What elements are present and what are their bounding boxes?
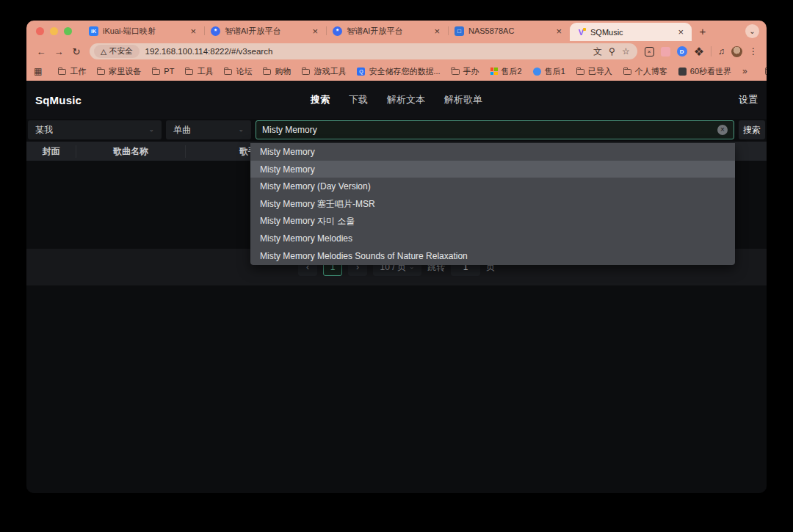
bookmark-folder[interactable]: 游戏工具 — [302, 66, 346, 77]
close-tab-icon[interactable]: × — [432, 26, 441, 37]
nav-download[interactable]: 下载 — [349, 93, 368, 106]
all-bookmarks-button[interactable]: 所有书签 — [765, 66, 767, 77]
browser-toolbar: ← → ↻ △ 不安全 192.168.100.114:8222/#/v3sea… — [26, 41, 767, 62]
bookmarks-overflow-icon[interactable]: » — [742, 66, 747, 76]
app-nav: 搜索 下载 解析文本 解析歌单 — [311, 93, 482, 106]
sqmusic-page: SqMusic 搜索 下载 解析文本 解析歌单 设置 某我 ⌄ 单曲 ⌄ — [26, 81, 767, 493]
tab-strip: iK iKuai-端口映射 × * 智谱AI开放平台 × * 智谱AI开放平台 … — [26, 21, 767, 41]
folder-icon — [765, 69, 767, 75]
suggestion-item-highlighted[interactable]: Misty Memory — [250, 161, 735, 178]
apps-grid-icon[interactable]: ▦ — [34, 66, 42, 76]
reload-icon[interactable]: ↻ — [68, 46, 85, 57]
tab-zhipu-2[interactable]: * 智谱AI开放平台 × — [326, 21, 448, 41]
tab-nas[interactable]: □ NAS5878AC × — [448, 21, 570, 41]
browser-window: iK iKuai-端口映射 × * 智谱AI开放平台 × * 智谱AI开放平台 … — [26, 21, 767, 493]
suggestion-item[interactable]: Misty Memory Melodies Sounds of Nature R… — [250, 247, 735, 265]
search-box: × — [256, 120, 734, 139]
suggestion-item[interactable]: Misty Memory (Day Version) — [250, 178, 735, 195]
new-tab-button[interactable]: + — [692, 21, 714, 41]
folder-icon — [224, 69, 232, 75]
tab-search-icon[interactable]: ⌄ — [745, 24, 759, 38]
bookmark-folder[interactable]: 手办 — [452, 66, 479, 77]
tab-title: 智谱AI开放平台 — [225, 26, 306, 37]
zoom-window-button[interactable] — [64, 27, 72, 35]
music-list-icon[interactable]: ♫ — [718, 46, 725, 57]
bookmark-label: 游戏工具 — [314, 66, 346, 77]
bookmark-label: 论坛 — [236, 66, 252, 77]
extensions-puzzle-icon[interactable]: ❖ — [694, 45, 704, 59]
password-key-icon[interactable]: ⚲ — [609, 46, 615, 57]
suggestion-item[interactable]: Misty Memory 塞壬唱片-MSR — [250, 195, 735, 213]
nas-favicon-icon: □ — [455, 26, 464, 36]
source-select[interactable]: 某我 ⌄ — [28, 120, 162, 139]
extension-pink-icon[interactable] — [661, 47, 670, 57]
bookmark-folder[interactable]: 家里设备 — [97, 66, 141, 77]
suggestion-item[interactable]: Misty Memory 자미 소울 — [250, 213, 735, 230]
close-tab-icon[interactable]: × — [554, 26, 563, 37]
bookmark-label: 购物 — [275, 66, 291, 77]
bookmark-label: 工作 — [70, 66, 86, 77]
nav-search[interactable]: 搜索 — [311, 93, 330, 106]
browser-menu-icon[interactable]: ⋮ — [749, 46, 758, 57]
clear-input-icon[interactable]: × — [717, 125, 728, 135]
back-icon[interactable]: ← — [32, 46, 50, 57]
bookmark-folder[interactable]: 个人博客 — [623, 66, 667, 77]
security-badge[interactable]: △ 不安全 — [94, 45, 140, 58]
bookmark-folder[interactable]: 工具 — [185, 66, 213, 77]
bookmark-folder[interactable]: 工作 — [58, 66, 86, 77]
sqmusic-favicon-icon: V — [576, 27, 586, 37]
tab-sqmusic-active[interactable]: V SQMusic × — [570, 23, 692, 41]
bookmark-folder[interactable]: 购物 — [263, 66, 291, 77]
search-input[interactable] — [262, 125, 713, 135]
extension-blue-icon[interactable]: D — [677, 46, 687, 57]
folder-icon — [452, 69, 460, 75]
forward-icon[interactable]: → — [50, 46, 68, 57]
toolbar-divider — [711, 46, 711, 57]
folder-icon — [576, 69, 584, 75]
address-bar-icons: 文 ⚲ ☆ — [593, 45, 634, 58]
site-favicon-icon: Q — [357, 68, 365, 76]
site-favicon-icon — [678, 68, 687, 76]
nav-settings[interactable]: 设置 — [739, 93, 758, 106]
suggestion-item[interactable]: Misty Memory — [250, 143, 735, 161]
translate-icon[interactable]: 文 — [593, 45, 602, 58]
address-bar[interactable]: △ 不安全 192.168.100.114:8222/#/v3search 文 … — [90, 43, 637, 59]
profile-avatar[interactable] — [731, 46, 742, 57]
bookmark-folder[interactable]: PT — [152, 67, 174, 76]
nav-parse-playlist[interactable]: 解析歌单 — [444, 93, 482, 106]
filter-row: 某我 ⌄ 单曲 ⌄ × 搜索 — [28, 120, 765, 139]
bookmark-site[interactable]: 售后2 — [490, 66, 522, 77]
bookmark-site[interactable]: Q安全储存您的数据... — [357, 66, 440, 77]
close-tab-icon[interactable]: × — [311, 26, 319, 37]
nav-parse-text[interactable]: 解析文本 — [387, 93, 425, 106]
chevron-down-icon: ⌄ — [409, 264, 415, 270]
tab-zhipu-1[interactable]: * 智谱AI开放平台 × — [204, 21, 326, 41]
column-header-cover: 封面 — [26, 145, 76, 158]
extension-bw-icon[interactable]: × — [645, 47, 654, 57]
close-tab-icon[interactable]: × — [189, 26, 198, 37]
app-header: SqMusic 搜索 下载 解析文本 解析歌单 设置 — [26, 81, 767, 119]
tabs: iK iKuai-端口映射 × * 智谱AI开放平台 × * 智谱AI开放平台 … — [82, 21, 692, 41]
bookmark-label: 家里设备 — [109, 66, 141, 77]
window-controls — [26, 21, 82, 41]
column-header-song: 歌曲名称 — [76, 145, 186, 158]
bookmark-site[interactable]: 60秒看世界 — [678, 66, 731, 77]
brand-logo[interactable]: SqMusic — [35, 94, 82, 106]
tab-ikuai[interactable]: iK iKuai-端口映射 × — [82, 21, 204, 41]
bookmark-folder[interactable]: 已导入 — [576, 66, 612, 77]
bookmark-label: 售后2 — [501, 66, 522, 77]
search-button[interactable]: 搜索 — [739, 120, 765, 139]
suggestion-item[interactable]: Misty Memory Melodies — [250, 230, 735, 248]
folder-icon — [97, 69, 105, 75]
bookmark-star-icon[interactable]: ☆ — [622, 46, 630, 57]
bookmark-folder[interactable]: 论坛 — [224, 66, 252, 77]
close-tab-icon[interactable]: × — [676, 26, 685, 37]
type-select[interactable]: 单曲 ⌄ — [166, 120, 251, 139]
url-text[interactable]: 192.168.100.114:8222/#/v3search — [145, 47, 594, 56]
bookmark-site[interactable]: 售后1 — [533, 66, 565, 77]
close-window-button[interactable] — [36, 27, 44, 35]
tab-title: SQMusic — [590, 28, 672, 37]
bookmark-label: 60秒看世界 — [690, 66, 731, 77]
tab-title: iKuai-端口映射 — [103, 26, 184, 37]
minimize-window-button[interactable] — [50, 27, 58, 35]
